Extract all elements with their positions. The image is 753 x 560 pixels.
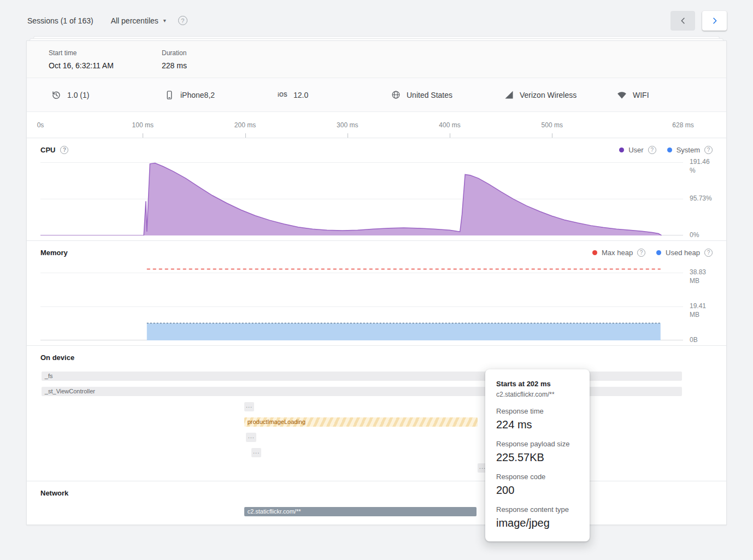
tooltip-url: c2.staticflickr.com/** [496, 391, 579, 398]
memory-legend: Max heap ? Used heap ? [592, 249, 713, 257]
duration-label: Duration [162, 49, 275, 57]
cpu-help-icon[interactable]: ? [60, 146, 68, 154]
next-session-button[interactable] [702, 11, 727, 31]
legend-system: System ? [667, 146, 713, 154]
tick-mark [348, 133, 348, 138]
country-item: United States [391, 90, 504, 100]
tooltip-field-response-time: Response time 224 ms [496, 407, 579, 431]
app-version-icon [51, 90, 61, 100]
legend-system-label: System [676, 146, 700, 154]
timeline-ruler-inner: 0s100 ms200 ms300 ms400 ms500 ms628 ms [40, 112, 683, 138]
start-time-value: Oct 16, 6:32:11 AM [49, 61, 114, 70]
app-version-item: 1.0 (1) [51, 90, 164, 100]
radio-value: WIFI [633, 91, 649, 99]
chevron-left-icon [678, 16, 688, 26]
memory-chart[interactable] [40, 264, 683, 340]
tick-label: 628 ms [672, 121, 693, 129]
legend-used-heap-label: Used heap [666, 249, 700, 257]
ios-icon: iOS [278, 90, 287, 100]
tick-mark [450, 133, 450, 138]
network-section: Network c2.staticflickr.com/** [27, 481, 726, 524]
max-heap-help-icon[interactable]: ? [637, 249, 645, 257]
radio-item: WIFI [617, 90, 649, 100]
app-version-value: 1.0 (1) [67, 91, 89, 99]
tick-mark [552, 133, 552, 138]
tick-label: 0s [37, 121, 44, 129]
phone-icon [164, 90, 174, 100]
tick-label: 400 ms [439, 121, 460, 129]
memory-section-title: Memory [40, 249, 68, 257]
y-axis-label: 0B [690, 336, 698, 345]
memory-y-axis: 38.83 MB19.41 MB0B [683, 264, 726, 340]
cpu-y-axis: 191.46 %95.73%0% [683, 161, 726, 235]
percentiles-dropdown[interactable]: All percentiles ▾ [111, 16, 166, 25]
user-help-icon[interactable]: ? [648, 146, 656, 154]
cpu-section: CPU ? User ? System ? [27, 138, 726, 241]
legend-max-heap: Max heap ? [592, 249, 645, 257]
max-heap-series-dot [592, 250, 597, 255]
tooltip-field-payload-size: Response payload size 225.57KB [496, 440, 579, 464]
wifi-icon [617, 90, 627, 100]
tooltip-field-response-code: Response code 200 [496, 473, 579, 497]
y-axis-label: 38.83 MB [690, 268, 706, 285]
trace-bar[interactable]: ... [246, 433, 256, 442]
tick-label: 100 ms [132, 121, 154, 129]
start-time-field: Start time Oct 16, 6:32:11 AM [49, 49, 162, 70]
y-axis-label: 0% [690, 231, 699, 240]
country-value: United States [407, 91, 452, 99]
duration-field: Duration 228 ms [162, 49, 275, 70]
tick-mark [143, 133, 143, 138]
tick-label: 200 ms [234, 121, 256, 129]
cpu-section-title: CPU ? [40, 146, 68, 154]
user-series-dot [619, 148, 624, 152]
cell-signal-icon [504, 90, 514, 100]
network-request-bar[interactable]: c2.staticflickr.com/** [244, 507, 476, 516]
on-device-section: On device _fs_st_ViewController...produc… [27, 346, 726, 481]
carrier-item: Verizon Wireless [504, 90, 617, 100]
trace-bar[interactable]: productImageLoading [244, 417, 478, 427]
timeline-ruler: 0s100 ms200 ms300 ms400 ms500 ms628 ms [27, 112, 726, 138]
tooltip-field-content-type: Response content type image/jpeg [496, 505, 579, 529]
trace-bar[interactable]: ... [244, 402, 255, 411]
system-series-dot [667, 148, 672, 152]
y-axis-label: 95.73% [690, 194, 712, 203]
duration-value: 228 ms [162, 61, 187, 70]
network-section-title: Network [40, 489, 68, 497]
session-header: Start time Oct 16, 6:32:11 AM Duration 2… [27, 41, 726, 78]
start-time-label: Start time [49, 49, 162, 57]
used-heap-series-dot [656, 250, 661, 255]
tick-label: 500 ms [542, 121, 563, 129]
carrier-value: Verizon Wireless [520, 91, 576, 99]
y-axis-label: 19.41 MB [690, 302, 706, 319]
request-tooltip: Starts at 202 ms c2.staticflickr.com/** … [485, 369, 590, 541]
session-card-stack: Start time Oct 16, 6:32:11 AM Duration 2… [26, 36, 727, 525]
tick-label: 300 ms [337, 121, 358, 129]
previous-session-button[interactable] [670, 11, 695, 31]
cpu-chart[interactable] [40, 161, 683, 235]
device-model-value: iPhone8,2 [180, 91, 215, 99]
trace-bar[interactable]: ... [251, 448, 262, 457]
sessions-count-label: Sessions (1 of 163) [27, 16, 93, 25]
legend-user-label: User [628, 146, 643, 154]
tick-mark [245, 133, 246, 138]
session-nav [670, 11, 727, 31]
sessions-help-icon[interactable]: ? [178, 16, 187, 25]
globe-icon [391, 90, 401, 100]
percentiles-dropdown-value: All percentiles [111, 16, 158, 25]
cpu-legend: User ? System ? [619, 146, 713, 154]
y-axis-label: 191.46 % [690, 158, 710, 175]
on-device-section-title: On device [40, 353, 74, 362]
tooltip-title: Starts at 202 ms [496, 380, 579, 388]
session-card: Start time Oct 16, 6:32:11 AM Duration 2… [26, 40, 727, 525]
legend-user: User ? [619, 146, 656, 154]
used-heap-help-icon[interactable]: ? [704, 249, 713, 257]
caret-down-icon: ▾ [163, 18, 166, 23]
legend-used-heap: Used heap ? [656, 249, 713, 257]
chevron-right-icon [710, 16, 720, 26]
legend-max-heap-label: Max heap [602, 249, 633, 257]
toolbar: Sessions (1 of 163) All percentiles ▾ ? [0, 0, 753, 36]
os-version-value: 12.0 [293, 91, 308, 99]
os-version-item: iOS 12.0 [278, 90, 391, 100]
memory-section: Memory Max heap ? Used heap ? [27, 241, 726, 346]
system-help-icon[interactable]: ? [704, 146, 713, 154]
